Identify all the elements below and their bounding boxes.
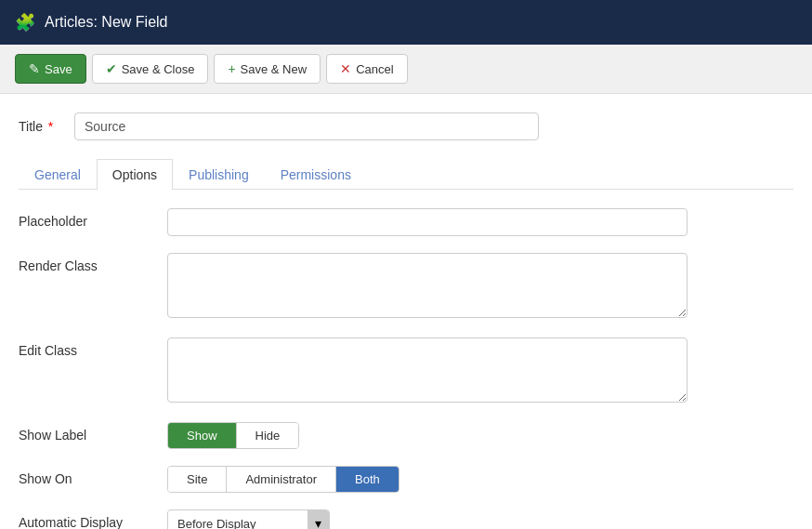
- show-on-row: Show On Site Administrator Both: [19, 466, 793, 493]
- puzzle-icon: 🧩: [15, 12, 35, 33]
- show-label-label: Show Label: [19, 422, 167, 443]
- tab-permissions[interactable]: Permissions: [265, 159, 367, 190]
- show-on-label: Show On: [19, 466, 167, 486]
- tabs: General Options Publishing Permissions: [19, 159, 793, 190]
- show-label-hide-btn[interactable]: Hide: [237, 423, 299, 448]
- dropdown-arrow: ▾: [308, 510, 329, 529]
- title-row: Title *: [19, 112, 793, 140]
- tab-publishing[interactable]: Publishing: [173, 159, 265, 190]
- tab-options[interactable]: Options: [97, 159, 173, 190]
- save-close-button[interactable]: ✔ Save & Close: [92, 54, 209, 84]
- main-content: Title * General Options Publishing Permi…: [0, 94, 812, 529]
- edit-class-control: [167, 337, 688, 405]
- render-class-row: Render Class: [19, 253, 793, 321]
- show-on-both-btn[interactable]: Both: [336, 467, 399, 492]
- show-label-toggle: Show Hide: [167, 422, 299, 449]
- automatic-display-label: Automatic Display: [19, 509, 167, 529]
- placeholder-control: [167, 208, 688, 236]
- save-icon: ✎: [29, 61, 40, 76]
- check-icon: ✔: [106, 61, 117, 76]
- automatic-display-control: Before Display After Display None ▾: [167, 509, 688, 529]
- automatic-display-row: Automatic Display Before Display After D…: [19, 509, 793, 529]
- cancel-icon: ✕: [340, 61, 351, 76]
- show-on-toggle: Site Administrator Both: [167, 466, 399, 493]
- render-class-control: [167, 253, 688, 321]
- save-button[interactable]: ✎ Save: [15, 54, 86, 84]
- show-on-administrator-btn[interactable]: Administrator: [227, 467, 336, 492]
- show-on-control: Site Administrator Both: [167, 466, 688, 493]
- placeholder-label: Placeholder: [19, 208, 167, 229]
- tab-general[interactable]: General: [19, 159, 97, 190]
- required-marker: *: [45, 119, 53, 134]
- show-on-site-btn[interactable]: Site: [168, 467, 227, 492]
- plus-icon: +: [228, 61, 235, 76]
- show-label-row: Show Label Show Hide: [19, 422, 793, 449]
- cancel-button[interactable]: ✕ Cancel: [326, 54, 407, 84]
- automatic-display-select[interactable]: Before Display After Display None: [168, 511, 308, 530]
- title-input[interactable]: [74, 112, 539, 140]
- save-new-button[interactable]: + Save & New: [214, 54, 321, 84]
- toolbar: ✎ Save ✔ Save & Close + Save & New ✕ Can…: [0, 45, 812, 94]
- show-label-show-btn[interactable]: Show: [168, 423, 237, 448]
- chevron-down-icon: ▾: [315, 516, 321, 529]
- render-class-textarea[interactable]: [167, 253, 688, 318]
- render-class-label: Render Class: [19, 253, 167, 273]
- placeholder-row: Placeholder: [19, 208, 793, 236]
- show-label-control: Show Hide: [167, 422, 688, 449]
- placeholder-input[interactable]: [167, 208, 688, 236]
- edit-class-label: Edit Class: [19, 337, 167, 358]
- edit-class-row: Edit Class: [19, 337, 793, 405]
- title-label: Title *: [19, 119, 74, 134]
- automatic-display-select-wrapper: Before Display After Display None ▾: [167, 509, 330, 529]
- app-header: 🧩 Articles: New Field: [0, 0, 812, 45]
- page-title: Articles: New Field: [45, 14, 167, 31]
- edit-class-textarea[interactable]: [167, 337, 688, 403]
